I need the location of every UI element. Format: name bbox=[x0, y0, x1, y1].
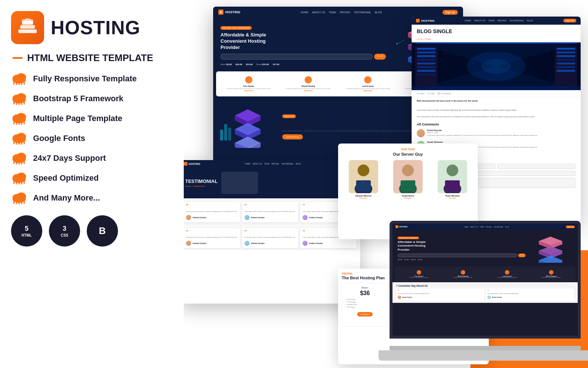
about-badge: ABOUT US bbox=[282, 114, 296, 118]
laptop-nav-cta[interactable]: Sign Up bbox=[566, 226, 575, 228]
laptop-quote-2: " bbox=[487, 290, 573, 293]
svg-rect-51 bbox=[18, 181, 20, 184]
laptop-keyboard bbox=[390, 346, 581, 350]
laptop-author-avatar-2 bbox=[487, 296, 491, 299]
feature-item-support: 24x7 Days Support bbox=[11, 151, 173, 165]
laptop-body: HOSTING HOMEABOUT USTEAMPRICINGTESTIMONI… bbox=[379, 221, 588, 361]
main-nav-bar: HOSTING HOME ABOUT US TEAM PRICING TESTI… bbox=[213, 7, 463, 18]
badge-css-label: CSS bbox=[61, 233, 68, 237]
about-cta-button[interactable]: Get The Service bbox=[282, 134, 303, 139]
svg-rect-91 bbox=[412, 42, 581, 44]
service-shared-readmore[interactable]: READ MORE bbox=[281, 90, 335, 92]
svg-rect-117 bbox=[356, 180, 371, 191]
blog-nav-cta[interactable]: Sign Up bbox=[563, 19, 576, 22]
laptop-search-button[interactable]: Search bbox=[518, 254, 526, 257]
team-member-3-role: Manager bbox=[432, 197, 473, 199]
service-panel-readmore[interactable]: READ MORE bbox=[341, 90, 395, 92]
blog-nav-bar: HOSTING HOME ABOUT US TEAM PRICING TESTI… bbox=[412, 17, 581, 25]
author-avatar-2 bbox=[244, 215, 250, 220]
tech-badges: 5 HTML 3 CSS B bbox=[11, 215, 173, 247]
laptop-quote-1: " bbox=[398, 290, 483, 293]
template-title: HTML WEBSITE TEMPLATE bbox=[11, 52, 173, 64]
svg-rect-18 bbox=[16, 102, 17, 105]
svg-rect-101 bbox=[417, 70, 435, 72]
laptop-testimonial-author-2: Andrea Carolyn bbox=[487, 296, 573, 299]
features-list: Fully Responsive Template Bootstrap 5 Fr… bbox=[11, 72, 173, 205]
plan-basic-cta[interactable]: Get Started bbox=[357, 312, 373, 316]
blog-hero-image bbox=[412, 42, 581, 90]
panel-icon bbox=[364, 76, 372, 84]
laptop-search-input[interactable] bbox=[398, 254, 517, 257]
cloud-icon-responsive bbox=[11, 72, 27, 86]
svg-rect-20 bbox=[21, 103, 22, 105]
blog-post-title: Web development the best work is the fut… bbox=[412, 97, 581, 105]
blog-post-desc-2: Sed ut perspiciatis unde omnis iste natu… bbox=[412, 114, 581, 121]
comment-1-avatar bbox=[417, 129, 425, 137]
badge-css: 3 CSS bbox=[49, 215, 80, 247]
main-search-input[interactable] bbox=[220, 54, 373, 60]
svg-line-74 bbox=[397, 40, 404, 44]
svg-point-5 bbox=[29, 19, 33, 23]
service-shared-desc: Consectetur adipiscing elit, sed do eius… bbox=[281, 88, 335, 90]
quote-mark-2: " bbox=[244, 204, 296, 209]
author-avatar-6 bbox=[302, 241, 308, 246]
testimonial-author-5: Andrea Carolyn bbox=[244, 241, 296, 246]
logo-area: HOSTING bbox=[11, 11, 173, 44]
service-domain-readmore[interactable]: READ MORE bbox=[222, 90, 276, 92]
feature-item-bootstrap: Bootstrap 5 Framework bbox=[11, 92, 173, 106]
badge-html-label: HTML bbox=[22, 233, 32, 237]
author-avatar-5 bbox=[244, 241, 250, 246]
laptop-feature-cards: Free domain Consectetur adipiscing elit … bbox=[395, 266, 576, 282]
main-price-tags: From $9.99 $19.99 $24.99 From $34.99 $47… bbox=[220, 63, 386, 66]
testimonial-text-2: Lorem ipsum dolor sit amet, consectetur … bbox=[244, 210, 296, 213]
laptop-fc-domain: Free domain Consectetur adipiscing elit … bbox=[398, 269, 440, 280]
svg-rect-53 bbox=[24, 181, 25, 184]
laptop-fc-shared: Shared Hosting Consectetur adipiscing el… bbox=[442, 269, 484, 280]
svg-rect-89 bbox=[228, 128, 231, 141]
svg-rect-88 bbox=[224, 124, 227, 141]
svg-rect-121 bbox=[401, 180, 415, 191]
feature-label-multipage: Multiple Page Template bbox=[33, 114, 122, 123]
laptop-nav-logo-icon bbox=[395, 225, 398, 228]
laptop-fc-support: 24/7 Hr Support Consectetur adipiscing e… bbox=[530, 269, 573, 280]
svg-rect-58 bbox=[16, 202, 17, 204]
testimonial-card-1: " Lorem ipsum dolor sit amet, consectetu… bbox=[184, 202, 240, 222]
svg-rect-26 bbox=[16, 122, 17, 125]
main-nav-links: HOME ABOUT US TEAM PRICING TESTIMONIAL B… bbox=[301, 11, 382, 14]
svg-rect-107 bbox=[557, 59, 575, 61]
laptop-testimonials-grid: " Lorem ipsum dolor sit amet, consectetu… bbox=[396, 289, 574, 301]
server-corridor-graphic bbox=[412, 42, 581, 90]
laptop-fc-panel-desc: Consectetur adipiscing elit do eiusmod. bbox=[487, 277, 527, 279]
screenshots-area: HOSTING HOME ABOUT US TEAM PRICING TESTI… bbox=[180, 0, 588, 368]
blog-comments-title: All Comments bbox=[417, 123, 576, 126]
comment-email-input[interactable] bbox=[497, 164, 576, 169]
brand-name: HOSTING bbox=[51, 17, 140, 39]
svg-rect-1 bbox=[20, 25, 35, 29]
blog-nav-brand: HOSTING bbox=[421, 19, 434, 22]
svg-rect-95 bbox=[417, 48, 435, 50]
svg-rect-109 bbox=[557, 66, 575, 68]
svg-rect-12 bbox=[21, 83, 22, 85]
blog-page-title: BLOG SINGLE bbox=[412, 25, 581, 38]
author-name-4: Andrea Carolyn bbox=[193, 242, 206, 244]
service-panel-desc: Consectetur adipiscing elit, sed do eius… bbox=[341, 88, 395, 90]
blog-post-description: Lorem ipsum dolor sit amet, consectetur … bbox=[412, 106, 581, 114]
svg-rect-87 bbox=[220, 130, 223, 141]
main-nav-brand: HOSTING bbox=[225, 10, 240, 14]
brand-logo-icon bbox=[11, 11, 44, 44]
feature-item-fonts: Google Fonts bbox=[11, 131, 173, 145]
main-search-button[interactable]: Search bbox=[374, 54, 386, 60]
service-domain-title: Free domain bbox=[222, 85, 276, 87]
svg-rect-36 bbox=[21, 142, 22, 145]
laptop-search-bar: Search bbox=[398, 254, 526, 257]
team-member-3: Team Member Manager bbox=[432, 160, 473, 199]
main-nav-cta[interactable]: Sign Up bbox=[442, 10, 458, 15]
feature-label-more: And Many More... bbox=[33, 193, 100, 203]
quote-mark-5: " bbox=[244, 230, 296, 235]
laptop-base bbox=[379, 350, 588, 361]
main-hero-text: WE ARE THE DREAMERS Affordable & SimpleC… bbox=[220, 24, 386, 66]
svg-rect-17 bbox=[13, 102, 15, 105]
service-card-domain: Free domain Consectetur adipiscing elit,… bbox=[220, 74, 277, 93]
svg-rect-27 bbox=[18, 122, 20, 125]
comment-1-content: Frank Pascale May 12, 2022 Lorem ipsum d… bbox=[427, 129, 576, 137]
